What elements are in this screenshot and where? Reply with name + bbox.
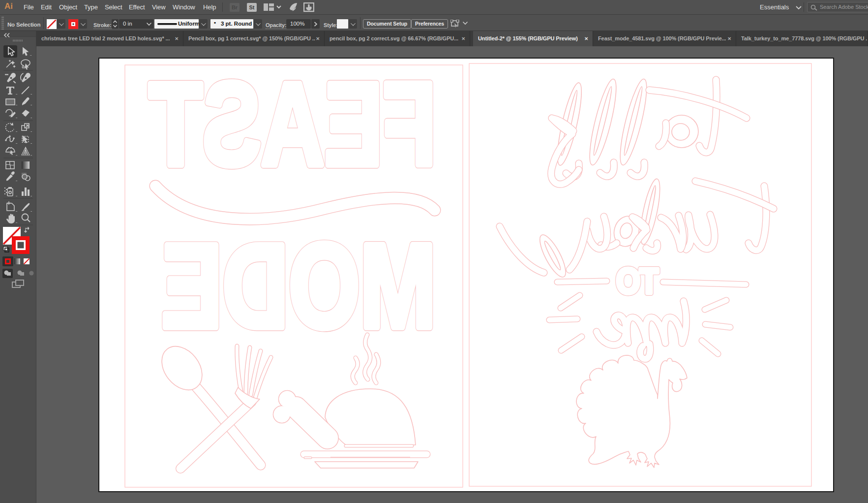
svg-text:MODE: MODE xyxy=(161,219,436,352)
svg-text:FEAST: FEAST xyxy=(149,58,436,190)
svg-text:TO: TO xyxy=(616,261,658,301)
